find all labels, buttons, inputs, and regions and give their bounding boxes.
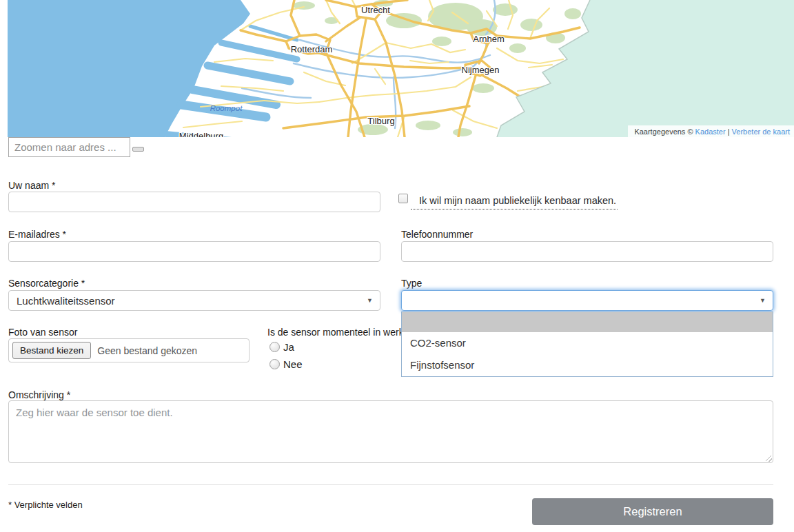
chevron-down-icon: ▼ <box>760 298 766 304</box>
map-label-tilburg: Tilburg <box>367 116 394 126</box>
attribution-separator: | <box>726 127 732 136</box>
map-label-nijmegen: Nijmegen <box>462 65 500 75</box>
map-label-roompot: Roompot <box>210 104 243 112</box>
map-label-utrecht: Utrecht <box>361 5 390 15</box>
footer-divider <box>8 484 773 485</box>
type-option-co2[interactable]: CO2-sensor <box>402 332 773 354</box>
map-label-middelburg: Middelburg <box>179 131 223 138</box>
type-label: Type <box>401 278 422 289</box>
file-status-text: Geen bestand gekozen <box>97 345 197 356</box>
radio-nee[interactable] <box>269 359 280 369</box>
in-operation-label: Is de sensor momenteel in werking <box>267 327 416 338</box>
name-input[interactable] <box>8 192 380 212</box>
attribution-text: Kaartgegevens © <box>634 127 695 136</box>
map-region[interactable]: Utrecht Rotterdam Arnhem Nijmegen Tilbur… <box>8 0 794 137</box>
register-button[interactable]: Registreren <box>532 498 773 525</box>
radio-ja-label[interactable]: Ja <box>283 341 294 353</box>
improve-map-link[interactable]: Verbeter de kaart <box>732 127 790 136</box>
radio-nee-label[interactable]: Nee <box>283 358 303 370</box>
map-label-arnhem: Arnhem <box>473 34 505 44</box>
public-name-checkbox[interactable] <box>398 194 408 203</box>
type-select[interactable]: ▼ <box>401 290 773 311</box>
sensor-registration-page: Utrecht Rotterdam Arnhem Nijmegen Tilbur… <box>0 0 794 532</box>
email-label: E-mailadres * <box>8 229 66 240</box>
required-fields-note: * Verplichte velden <box>8 500 83 510</box>
email-input[interactable] <box>8 241 380 262</box>
photo-file-input[interactable]: Bestand kiezen Geen bestand gekozen <box>8 338 250 362</box>
category-select[interactable]: Luchtkwaliteitssensor ▼ <box>8 290 380 311</box>
phone-label: Telefoonnummer <box>401 229 473 240</box>
type-option-empty[interactable] <box>402 312 773 332</box>
description-label: Omschrijving * <box>8 389 70 400</box>
category-selected-value: Luchtkwaliteitssensor <box>17 295 115 307</box>
map-graphic <box>8 0 794 137</box>
category-label: Sensorcategorie * <box>8 278 85 289</box>
choose-file-button[interactable]: Bestand kiezen <box>12 342 91 359</box>
radio-ja[interactable] <box>269 342 280 352</box>
photo-label: Foto van sensor <box>8 327 77 338</box>
public-name-label[interactable]: Ik wil mijn naam publiekelijk kenbaar ma… <box>411 195 618 209</box>
map-attribution: Kaartgegevens © Kadaster | Verbeter de k… <box>628 125 794 137</box>
phone-input[interactable] <box>401 241 773 262</box>
description-textarea[interactable] <box>8 400 773 463</box>
kadaster-link[interactable]: Kadaster <box>695 127 726 136</box>
type-option-fijnstof[interactable]: Fijnstofsensor <box>402 354 773 376</box>
chevron-down-icon: ▼ <box>367 298 373 304</box>
textarea-resize-handle[interactable] <box>766 456 772 462</box>
address-search-input[interactable] <box>8 137 130 157</box>
address-search-handle[interactable] <box>132 147 144 152</box>
map-label-rotterdam: Rotterdam <box>291 44 333 54</box>
type-dropdown: CO2-sensor Fijnstofsensor <box>401 311 773 377</box>
name-label: Uw naam * <box>8 180 55 191</box>
